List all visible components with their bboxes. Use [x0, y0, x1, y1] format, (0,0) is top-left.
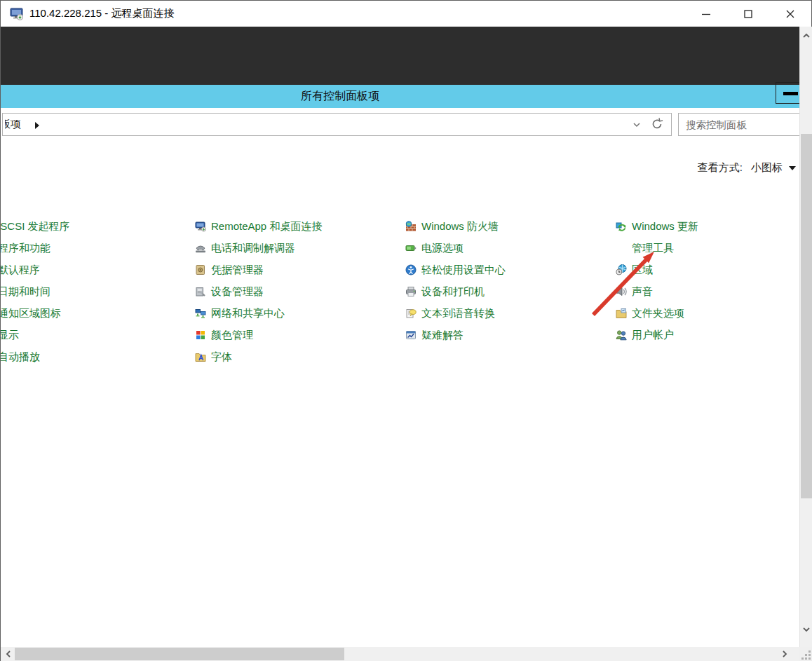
control-panel-item-label: Windows 防火墙 [421, 220, 499, 233]
control-panel-item-label: 通知区域图标 [1, 307, 61, 320]
power-options-icon [405, 243, 417, 254]
control-panel-item-label: 自动播放 [1, 350, 40, 364]
horizontal-scroll-thumb[interactable] [15, 648, 344, 660]
maximize-icon [743, 9, 753, 19]
control-panel-item-label: 轻松使用设置中心 [421, 264, 506, 277]
device-manager-icon [195, 286, 206, 297]
control-panel-body: 板项 搜索控制面板 查看方式: [1, 108, 799, 647]
resize-grip-icon [802, 651, 811, 660]
admin-tools-icon [616, 243, 627, 254]
address-bar[interactable]: 板项 [2, 113, 672, 136]
control-panel-item[interactable]: 日期和时间 [1, 284, 50, 299]
text-to-speech-icon [405, 308, 417, 319]
control-panel-item-label: 凭据管理器 [211, 264, 264, 277]
control-panel-item-label: 区域 [632, 264, 653, 277]
control-panel-item-label: 设备和打印机 [421, 285, 485, 299]
control-panel-item[interactable]: 设备管理器 [195, 284, 264, 299]
minimize-button[interactable] [685, 1, 727, 27]
breadcrumb[interactable]: 板项 [5, 118, 28, 132]
rdp-app-icon [10, 7, 24, 21]
control-panel-item[interactable]: 颜色管理 [195, 327, 253, 343]
view-by-caret-icon[interactable] [789, 166, 796, 170]
control-panel-item-label: 电源选项 [421, 242, 463, 255]
devices-printers-icon [405, 286, 417, 297]
control-panel-item-label: 电话和调制解调器 [211, 242, 295, 255]
control-panel-item[interactable]: 用户帐户 [616, 327, 674, 343]
maximize-button[interactable] [727, 1, 769, 27]
control-panel-item[interactable]: Windows 防火墙 [405, 219, 499, 234]
address-dropdown-icon[interactable] [632, 120, 642, 132]
region-icon [616, 264, 627, 275]
folder-options-icon [616, 308, 627, 319]
control-panel-item-label: 显示 [1, 329, 19, 342]
view-by-value[interactable]: 小图标 [751, 161, 783, 175]
control-panel-item-label: iSCSI 发起程序 [1, 220, 70, 233]
control-panel-item-label: 用户帐户 [632, 329, 674, 342]
control-panel-item-label: Windows 更新 [632, 220, 698, 233]
remote-desktop-view: 所有控制面板项 板项 [1, 27, 799, 647]
control-panel-item[interactable]: 设备和打印机 [405, 284, 485, 299]
control-panel-item-label: 疑难解答 [421, 329, 463, 342]
control-panel-item[interactable]: 管理工具 [616, 240, 674, 256]
credential-manager-icon [195, 264, 206, 275]
control-panel-item-label: 颜色管理 [211, 329, 253, 342]
control-panel-item[interactable]: 自动播放 [1, 349, 40, 364]
breadcrumb-arrow-icon[interactable] [34, 120, 41, 132]
close-icon [785, 9, 795, 19]
scroll-down-icon[interactable] [801, 625, 811, 637]
fonts-icon [195, 351, 206, 362]
close-button[interactable] [769, 1, 811, 27]
horizontal-scrollbar[interactable] [1, 647, 799, 661]
control-panel-item[interactable]: 网络和共享中心 [195, 306, 285, 321]
windows-update-icon [616, 221, 627, 232]
control-panel-minimize-button[interactable] [776, 82, 799, 104]
control-panel-item-label: 网络和共享中心 [211, 307, 285, 320]
control-panel-item[interactable]: iSCSI 发起程序 [1, 219, 70, 234]
control-panel-title: 所有控制面板项 [301, 89, 379, 104]
color-management-icon [195, 329, 206, 341]
control-panel-item[interactable]: 程序和功能 [1, 240, 50, 256]
control-panel-item-label: 字体 [211, 350, 232, 364]
control-panel-item[interactable]: 默认程序 [1, 262, 40, 278]
control-panel-titlebar: 所有控制面板项 [1, 85, 799, 108]
rdp-window-title: 110.42.228.215 - 远程桌面连接 [29, 7, 174, 20]
control-panel-item-label: RemoteApp 和桌面连接 [211, 220, 322, 233]
control-panel-item[interactable]: 通知区域图标 [1, 306, 61, 321]
vertical-scrollbar[interactable] [799, 27, 812, 647]
control-panel-item[interactable]: 电话和调制解调器 [195, 240, 295, 256]
refresh-icon[interactable] [650, 117, 664, 134]
control-panel-item[interactable]: 凭据管理器 [195, 262, 264, 278]
control-panel-item[interactable]: 疑难解答 [405, 327, 463, 343]
control-panel-item[interactable]: 电源选项 [405, 240, 463, 256]
scroll-left-icon[interactable] [4, 649, 13, 661]
control-panel-item-label: 文本到语音转换 [421, 307, 495, 320]
search-placeholder: 搜索控制面板 [686, 118, 747, 132]
control-panel-item[interactable]: 声音 [616, 284, 653, 299]
control-panel-item[interactable]: 文件夹选项 [616, 306, 684, 321]
phone-modem-icon [195, 243, 206, 254]
control-panel-item[interactable]: Windows 更新 [616, 219, 698, 234]
resize-grip[interactable] [799, 647, 812, 661]
troubleshooting-icon [405, 329, 417, 341]
scroll-up-icon[interactable] [801, 31, 811, 43]
control-panel-item-label: 文件夹选项 [632, 307, 684, 320]
view-by-label: 查看方式: [698, 161, 743, 175]
control-panel-item-label: 程序和功能 [1, 242, 50, 255]
remoteapp-desktop-icon [195, 221, 206, 232]
user-accounts-icon [616, 329, 627, 341]
control-panel-item[interactable]: 轻松使用设置中心 [405, 262, 506, 278]
scroll-right-icon[interactable] [780, 649, 790, 661]
view-by-bar: 查看方式: 小图标 [698, 160, 796, 175]
minimize-icon [783, 92, 798, 95]
network-sharing-icon [195, 308, 206, 319]
control-panel-item[interactable]: 字体 [195, 349, 232, 364]
control-panel-item-label: 管理工具 [632, 242, 674, 255]
vertical-scroll-thumb[interactable] [801, 134, 812, 498]
control-panel-item[interactable]: 文本到语音转换 [405, 306, 495, 321]
control-panel-item[interactable]: 显示 [1, 327, 19, 343]
control-panel-item[interactable]: 区域 [616, 262, 653, 278]
search-input[interactable]: 搜索控制面板 [678, 113, 799, 136]
control-panel-item[interactable]: RemoteApp 和桌面连接 [195, 219, 322, 234]
ease-of-access-icon [405, 264, 417, 275]
windows-firewall-icon [405, 221, 417, 232]
